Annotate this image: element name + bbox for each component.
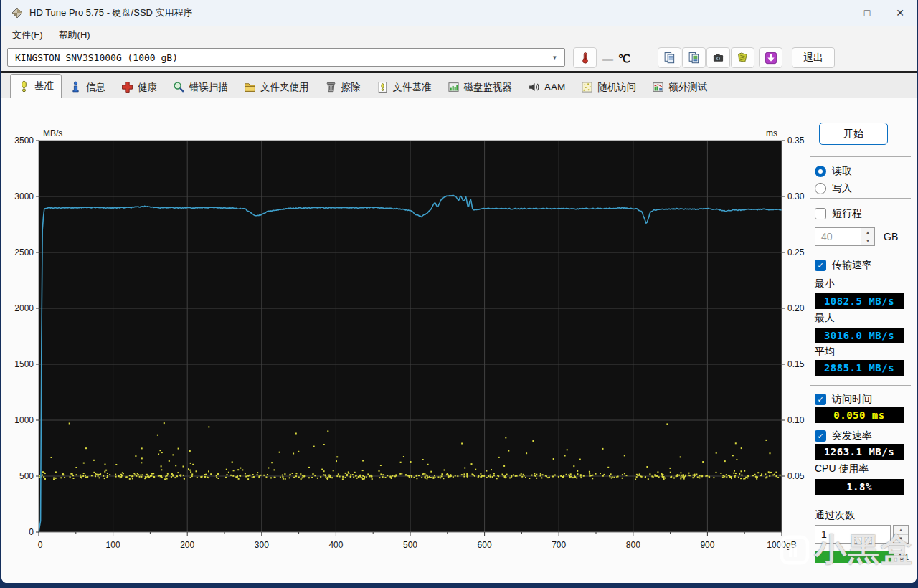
tab-label: 磁盘监视器: [464, 81, 513, 94]
write-radio-row[interactable]: 写入: [815, 181, 852, 196]
transfer-rate-checkbox[interactable]: ✓: [815, 260, 826, 271]
tab-label: 文件基准: [393, 81, 432, 94]
menu-help[interactable]: 帮助(H): [52, 27, 97, 44]
spin-down-icon[interactable]: ▼: [861, 237, 874, 246]
access-time-display: 0.050 ms: [815, 407, 904, 423]
copy-text-button[interactable]: [658, 47, 681, 68]
short-stroke-spinner[interactable]: ▲ ▼: [861, 228, 874, 245]
drive-select[interactable]: KINGSTON SNV3S1000G (1000 gB) ▾: [7, 48, 565, 67]
read-radio[interactable]: [815, 166, 826, 177]
temperature-value: —: [602, 53, 613, 65]
tab-random-access[interactable]: 随机访问: [573, 76, 644, 98]
spin-up-icon[interactable]: ▲: [861, 228, 874, 237]
short-stroke-row[interactable]: 短行程: [815, 207, 862, 221]
copy-image-button[interactable]: [682, 47, 706, 68]
title-bar: HD Tune Pro 5.75 - 硬盘/SSD 实用程序 — □ ✕: [1, 0, 917, 26]
svg-text:600: 600: [478, 540, 492, 550]
speaker-icon: [528, 81, 540, 93]
tab-aam[interactable]: AAM: [520, 76, 573, 98]
tab-folder-usage[interactable]: 文件夹使用: [236, 76, 317, 98]
cpu-usage-label: CPU 使用率: [815, 463, 869, 475]
start-button[interactable]: 开始: [819, 123, 888, 145]
svg-text:800: 800: [626, 540, 640, 550]
tab-benchmark[interactable]: 基准: [10, 74, 62, 98]
svg-text:0.05: 0.05: [787, 471, 805, 481]
short-stroke-size-input[interactable]: 40 ▲ ▼: [815, 227, 875, 246]
svg-text:900: 900: [700, 540, 714, 550]
close-button[interactable]: ✕: [884, 0, 917, 26]
toolbar: KINGSTON SNV3S1000G (1000 gB) ▾ — ℃: [1, 44, 917, 73]
benchmark-icon: [18, 80, 30, 93]
tab-file-benchmark[interactable]: 文件基准: [369, 76, 440, 98]
menu-file[interactable]: 文件(F): [6, 27, 49, 44]
svg-text:700: 700: [552, 540, 566, 550]
tab-health[interactable]: 健康: [113, 76, 165, 98]
tab-info[interactable]: 信息: [62, 76, 113, 98]
copy-image-icon: [688, 52, 700, 64]
access-time-checkbox[interactable]: ✓: [815, 394, 826, 405]
temperature-button[interactable]: [573, 47, 597, 68]
transfer-rate-row[interactable]: ✓ 传输速率: [815, 258, 872, 272]
pass-count-input[interactable]: 1: [815, 525, 891, 544]
svg-text:0.15: 0.15: [787, 359, 805, 369]
write-radio[interactable]: [815, 183, 826, 194]
svg-text:0.25: 0.25: [787, 247, 805, 257]
save-icon: [737, 52, 749, 64]
tab-label: 信息: [86, 81, 105, 94]
save-button[interactable]: [731, 47, 754, 68]
tab-label: 错误扫描: [189, 81, 228, 94]
separator: [810, 385, 911, 386]
svg-text:2000: 2000: [14, 303, 34, 313]
burst-rate-row[interactable]: ✓ 突发速率: [815, 429, 872, 443]
svg-text:0.20: 0.20: [787, 303, 805, 313]
maximize-button[interactable]: □: [851, 0, 884, 26]
spin-up-icon[interactable]: ▲: [894, 526, 908, 534]
access-time-row[interactable]: ✓ 访问时间: [815, 392, 872, 407]
short-stroke-checkbox[interactable]: [815, 208, 826, 219]
tab-error-scan[interactable]: 错误扫描: [165, 76, 236, 98]
read-radio-row[interactable]: 读取: [815, 164, 852, 179]
max-label: 最大: [815, 312, 835, 325]
read-label: 读取: [832, 165, 852, 178]
spin-down-icon[interactable]: ▼: [894, 534, 908, 544]
svg-text:1000gB: 1000gB: [767, 540, 796, 550]
tab-label: AAM: [544, 82, 565, 93]
chevron-down-icon: ▾: [552, 52, 557, 62]
svg-text:1000: 1000: [14, 415, 34, 425]
svg-text:0: 0: [38, 540, 43, 550]
transfer-rate-label: 传输速率: [832, 259, 872, 272]
minimize-button[interactable]: —: [818, 0, 851, 26]
svg-text:0.35: 0.35: [787, 136, 805, 146]
svg-text:100: 100: [106, 540, 120, 550]
app-window: HD Tune Pro 5.75 - 硬盘/SSD 实用程序 — □ ✕ 文件(…: [1, 0, 917, 583]
svg-text:2500: 2500: [14, 247, 34, 257]
tab-extra-tests[interactable]: 额外测试: [644, 76, 715, 98]
access-time-label: 访问时间: [832, 393, 872, 406]
health-cross-icon: [121, 81, 133, 93]
download-arrow-icon: [765, 52, 777, 65]
tab-disk-monitor[interactable]: 磁盘监视器: [440, 76, 521, 98]
tab-label: 随机访问: [597, 81, 636, 94]
copy-text-icon: [663, 52, 676, 64]
avg-label: 平均: [815, 346, 835, 359]
temperature-unit: ℃: [618, 52, 630, 65]
tab-label: 文件夹使用: [260, 81, 309, 94]
progress-text: 1/1: [898, 553, 909, 561]
short-stroke-label: 短行程: [832, 207, 862, 220]
tab-erase[interactable]: 擦除: [317, 76, 369, 98]
avg-value-display: 2885.1 MB/s: [815, 360, 904, 376]
app-logo-icon: [11, 7, 23, 19]
screenshot-button[interactable]: [706, 47, 730, 68]
pass-count-spinner[interactable]: ▲ ▼: [893, 525, 909, 544]
export-button[interactable]: [759, 47, 782, 68]
burst-rate-checkbox[interactable]: ✓: [815, 430, 826, 442]
pass-count-label: 通过次数: [815, 509, 855, 522]
svg-text:MB/s: MB/s: [43, 128, 62, 138]
main-area: 05001000150020002500300035000.050.100.15…: [1, 98, 917, 583]
separator: [810, 156, 911, 157]
svg-text:400: 400: [328, 540, 343, 550]
file-benchmark-icon: [377, 81, 389, 93]
benchmark-plot: 05001000150020002500300035000.050.100.15…: [1, 98, 805, 561]
exit-button[interactable]: 退出: [792, 47, 835, 68]
drive-select-value: KINGSTON SNV3S1000G (1000 gB): [15, 52, 178, 63]
